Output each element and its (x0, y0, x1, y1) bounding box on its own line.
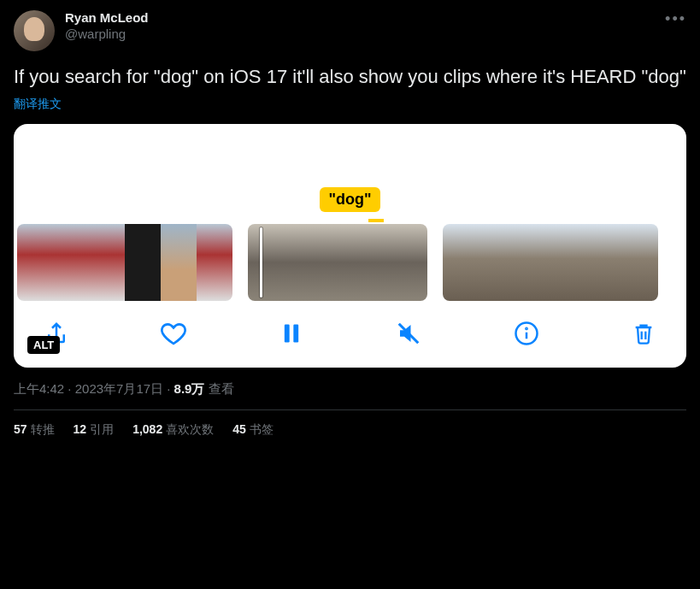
divider (14, 409, 686, 410)
video-frame (515, 224, 550, 301)
speaker-muted-icon (396, 321, 421, 346)
info-button[interactable] (511, 318, 542, 349)
video-frame (89, 224, 125, 301)
pause-button[interactable] (276, 318, 307, 349)
bookmarks-label: 书签 (250, 422, 274, 436)
trash-icon (632, 321, 656, 345)
video-frame (443, 224, 479, 301)
video-frame (550, 224, 586, 301)
svg-rect-1 (293, 324, 298, 342)
video-frame (320, 224, 356, 301)
translate-link[interactable]: 翻译推文 (14, 97, 686, 112)
video-frame (125, 224, 161, 301)
retweets-label: 转推 (31, 422, 55, 436)
video-frame (284, 224, 320, 301)
video-frame (391, 224, 427, 301)
clip-group[interactable] (443, 224, 658, 301)
bookmarks-count: 45 (232, 422, 246, 436)
like-button[interactable] (158, 318, 189, 349)
alt-badge[interactable]: ALT (27, 336, 60, 354)
tweet-header: Ryan McLeod @warpling ••• (14, 10, 686, 51)
clip-group[interactable] (248, 224, 427, 301)
video-frame (248, 224, 284, 301)
likes-count: 1,082 (132, 422, 162, 436)
timeline-marker (368, 219, 384, 222)
video-frame (197, 224, 232, 301)
video-frame (17, 224, 53, 301)
retweets-count: 57 (14, 422, 27, 436)
likes-label: 喜欢次数 (166, 422, 214, 436)
quotes-count: 12 (74, 422, 87, 436)
video-frame (356, 224, 391, 301)
svg-rect-0 (285, 324, 290, 342)
timestamp[interactable]: 上午4:42 · 2023年7月17日 (14, 381, 163, 396)
svg-point-5 (526, 327, 526, 328)
video-frame (479, 224, 515, 301)
likes-stat[interactable]: 1,082喜欢次数 (132, 422, 214, 438)
media-card[interactable]: "dog" (14, 124, 686, 368)
retweets-stat[interactable]: 57转推 (14, 422, 55, 438)
views-label: 查看 (204, 381, 233, 396)
author-names[interactable]: Ryan McLeod @warpling (65, 10, 149, 43)
mute-button[interactable] (393, 318, 424, 349)
more-options-button[interactable]: ••• (665, 10, 686, 28)
delete-button[interactable] (628, 318, 659, 349)
handle: @warpling (65, 27, 149, 43)
avatar[interactable] (14, 10, 55, 51)
clip-group[interactable] (17, 224, 232, 301)
display-name: Ryan McLeod (65, 10, 149, 27)
info-icon (514, 321, 539, 346)
tweet-meta: 上午4:42 · 2023年7月17日 · 8.9万 查看 (14, 381, 686, 398)
media-toolbar (14, 301, 686, 368)
tweet-container: Ryan McLeod @warpling ••• If you search … (0, 0, 700, 448)
video-frame (622, 224, 658, 301)
tweet-text: If you search for "dog" on iOS 17 it'll … (14, 65, 686, 90)
video-frame (586, 224, 622, 301)
media-inner: "dog" (14, 124, 686, 368)
tweet-stats: 57转推 12引用 1,082喜欢次数 45书签 (14, 422, 686, 438)
video-frame (161, 224, 197, 301)
separator-dot: · (163, 381, 174, 396)
search-term-badge: "dog" (320, 187, 379, 212)
bookmarks-stat[interactable]: 45书签 (232, 422, 274, 438)
video-timeline[interactable] (14, 224, 686, 301)
pause-icon (279, 321, 303, 345)
playhead[interactable] (260, 227, 262, 297)
quotes-stat[interactable]: 12引用 (74, 422, 115, 438)
heart-icon (160, 320, 187, 347)
quotes-label: 引用 (90, 422, 114, 436)
video-frame (53, 224, 89, 301)
views-count: 8.9万 (174, 381, 205, 396)
